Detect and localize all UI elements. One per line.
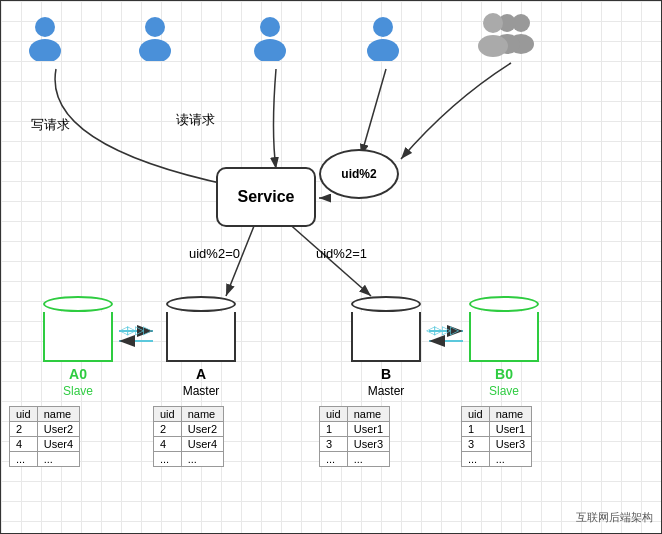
svg-point-18 [483,13,503,33]
user-icon-4 [359,13,407,61]
uid-mod2-eq1-label: uid%2=1 [316,246,367,261]
svg-point-9 [139,39,171,61]
sync-b-b0: ◁▷▷▷ [426,323,458,337]
table-b-master: uidname 1User1 3User3 ...... [319,406,390,467]
db-b0: B0 Slave [469,296,539,398]
user-icon-2 [131,13,179,61]
db-a0: A0 Slave [43,296,113,398]
svg-point-19 [478,35,508,57]
table-b0-slave: uidname 1User1 3User3 ...... [461,406,532,467]
table-a-master: uidname 2User2 4User4 ...... [153,406,224,467]
svg-point-8 [145,17,165,37]
watermark: 互联网后端架构 [576,510,653,525]
service-box: Service [216,167,316,227]
service-label: Service [238,188,295,206]
svg-point-7 [29,39,61,61]
read-request-label: 读请求 [176,111,215,129]
svg-point-10 [260,17,280,37]
user-icon-3 [246,13,294,61]
db-a0-slave-label: Slave [63,384,93,398]
db-b-master-label: Master [368,384,405,398]
db-b0-label: B0 [495,366,513,382]
db-b: B Master [351,296,421,398]
db-b0-slave-label: Slave [489,384,519,398]
write-request-label: 写请求 [31,116,70,134]
uid-mod2-label: uid%2 [341,167,376,181]
db-a0-label: A0 [69,366,87,382]
sync-a0-a: ◁▷▷▷ [119,323,151,337]
db-b-label: B [381,366,391,382]
db-a-master-label: Master [183,384,220,398]
svg-point-6 [35,17,55,37]
svg-point-12 [373,17,393,37]
user-icon-1 [21,13,69,61]
uid-mod2-eq0-label: uid%2=0 [189,246,240,261]
diagram-container: 写请求 读请求 Service uid%2 uid%2=0 uid%2=1 A0… [0,0,662,534]
user-group-icon [469,9,539,64]
db-a: A Master [166,296,236,398]
table-a0-slave: uidname 2User2 4User4 ...... [9,406,80,467]
svg-point-11 [254,39,286,61]
uid-mod2-bubble: uid%2 [319,149,399,199]
svg-point-13 [367,39,399,61]
db-a-label: A [196,366,206,382]
